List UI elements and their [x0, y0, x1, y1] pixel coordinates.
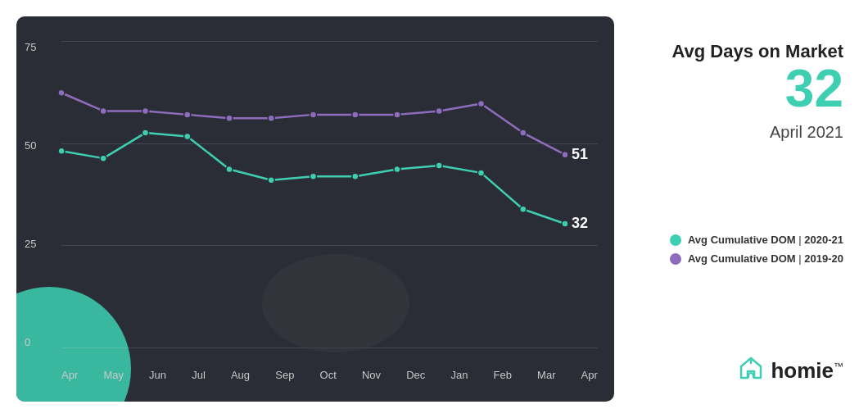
svg-point-14 — [100, 155, 106, 161]
right-panel: Avg Days on Market 32 April 2021 Avg Cum… — [614, 16, 852, 402]
svg-point-18 — [268, 177, 274, 184]
svg-point-9 — [436, 107, 442, 114]
legend-text-purple: Avg Cumulative DOM | 2019-20 — [688, 252, 843, 265]
legend-section: Avg Cumulative DOM | 2020-21 Avg Cumulat… — [670, 234, 843, 265]
legend-dot-purple — [670, 253, 681, 265]
svg-point-13 — [58, 148, 65, 154]
x-axis-labels: Apr May Jun Jul Aug Sep Oct Nov Dec Jan … — [61, 369, 598, 381]
x-label-apr1: Apr — [61, 369, 78, 381]
chart-area: 75 50 25 0 5132 Apr May Jun Jul Aug Sep … — [16, 16, 614, 402]
x-label-nov: Nov — [362, 369, 381, 381]
legend-item-purple: Avg Cumulative DOM | 2019-20 — [670, 252, 843, 265]
trademark: ™ — [834, 361, 843, 372]
avg-days-number: 32 — [785, 62, 843, 115]
legend-item-teal: Avg Cumulative DOM | 2020-21 — [670, 234, 843, 246]
svg-point-0 — [58, 89, 65, 96]
svg-point-4 — [226, 115, 233, 121]
svg-point-17 — [226, 166, 233, 172]
main-container: 75 50 25 0 5132 Apr May Jun Jul Aug Sep … — [0, 0, 868, 418]
x-label-aug: Aug — [231, 369, 250, 381]
homie-icon — [738, 357, 764, 385]
svg-point-25 — [562, 220, 568, 227]
y-axis-labels: 75 50 25 0 — [25, 41, 36, 348]
svg-point-8 — [394, 111, 400, 118]
svg-point-7 — [352, 111, 359, 118]
svg-point-23 — [478, 170, 485, 176]
svg-point-3 — [184, 111, 191, 118]
svg-text:51: 51 — [572, 146, 588, 162]
legend-text-teal: Avg Cumulative DOM | 2020-21 — [688, 234, 843, 246]
x-label-sep: Sep — [275, 369, 294, 381]
svg-point-16 — [184, 134, 191, 140]
svg-text:32: 32 — [572, 215, 588, 231]
svg-point-20 — [352, 173, 359, 179]
legend-dot-teal — [670, 234, 681, 246]
svg-point-11 — [520, 129, 527, 136]
x-label-jul: Jul — [192, 369, 206, 381]
svg-point-15 — [142, 129, 149, 136]
x-label-apr2: Apr — [581, 369, 598, 381]
svg-point-10 — [478, 101, 485, 107]
svg-point-6 — [310, 111, 317, 118]
svg-point-12 — [562, 152, 568, 158]
month-year: April 2021 — [770, 123, 843, 142]
svg-point-1 — [100, 107, 106, 114]
svg-point-21 — [394, 166, 400, 172]
chart-svg: 5132 — [61, 41, 598, 348]
stats-section: Avg Days on Market 32 April 2021 — [672, 41, 843, 142]
x-label-feb: Feb — [494, 369, 512, 381]
svg-point-2 — [142, 107, 149, 114]
x-label-dec: Dec — [406, 369, 425, 381]
y-label-75: 75 — [25, 41, 36, 53]
x-label-may: May — [103, 369, 124, 381]
svg-point-19 — [310, 173, 317, 179]
x-label-oct: Oct — [320, 369, 337, 381]
y-label-25: 25 — [25, 238, 36, 250]
y-label-50: 50 — [25, 139, 36, 152]
svg-point-5 — [268, 115, 274, 121]
y-label-0: 0 — [25, 336, 36, 348]
x-label-mar: Mar — [537, 369, 555, 381]
x-label-jan: Jan — [450, 369, 468, 381]
svg-point-24 — [520, 206, 527, 212]
x-label-jun: Jun — [149, 369, 166, 381]
svg-point-22 — [436, 162, 442, 169]
homie-logo: homie™ — [738, 357, 843, 385]
homie-text: homie™ — [771, 358, 843, 384]
